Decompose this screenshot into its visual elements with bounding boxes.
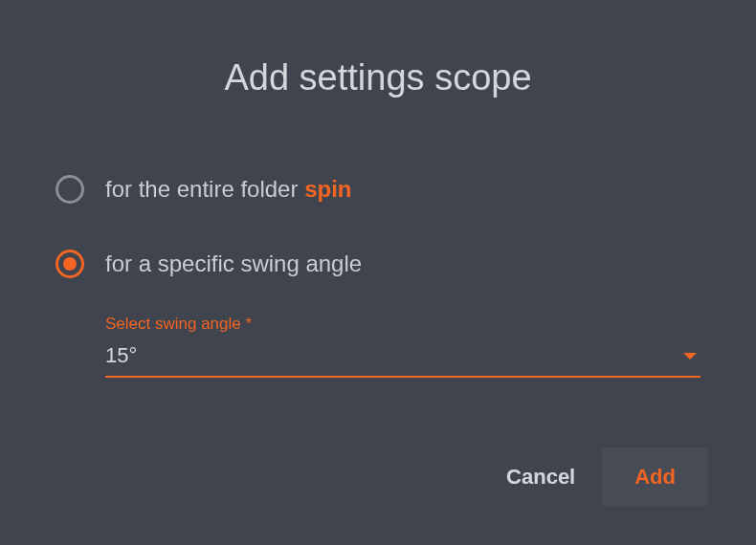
cancel-button[interactable]: Cancel (479, 447, 602, 507)
swing-angle-select-label: Select swing angle * (105, 315, 700, 334)
radio-option-entire-folder[interactable]: for the entire folder spin (56, 175, 700, 204)
radio-option-specific-angle[interactable]: for a specific swing angle (56, 250, 700, 278)
swing-angle-select-block: Select swing angle * 15° (105, 315, 700, 378)
radio-dot-icon (63, 257, 77, 271)
radio-icon-unselected (56, 175, 84, 204)
radio-label-specific-angle: for a specific swing angle (105, 251, 362, 277)
radio-icon-selected (56, 250, 84, 278)
chevron-down-icon (683, 353, 697, 360)
label-prefix: for the entire folder (105, 176, 304, 202)
swing-angle-selected-value: 15° (105, 343, 137, 368)
add-settings-scope-dialog: Add settings scope for the entire folder… (0, 0, 756, 545)
radio-label-entire-folder: for the entire folder spin (105, 176, 351, 203)
swing-angle-select[interactable]: 15° (105, 334, 700, 378)
dialog-title: Add settings scope (0, 57, 756, 98)
dialog-actions: Cancel Add (479, 447, 708, 507)
add-button[interactable]: Add (602, 447, 708, 507)
scope-options: for the entire folder spin for a specifi… (0, 175, 756, 378)
folder-name: spin (304, 176, 351, 202)
